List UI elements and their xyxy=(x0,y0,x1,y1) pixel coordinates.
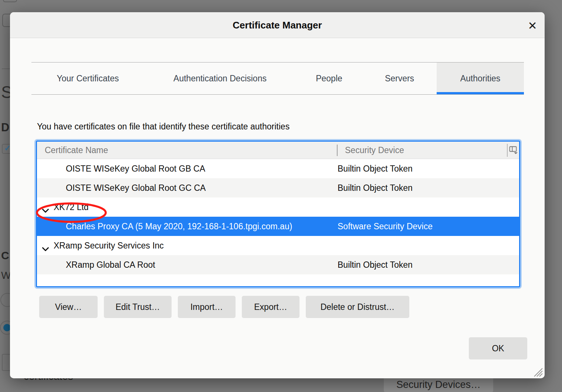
table-row-xk72-group[interactable]: XK72 Ltd xyxy=(37,197,519,217)
table-header: Certificate Name Security Device xyxy=(37,142,519,159)
resize-grip[interactable] xyxy=(532,366,543,377)
background-control-fragment-top xyxy=(3,0,17,2)
column-header-certificate-name[interactable]: Certificate Name xyxy=(45,142,108,159)
background-text-w: W xyxy=(1,270,11,281)
export-button[interactable]: Export… xyxy=(242,296,299,318)
column-picker-divider xyxy=(507,144,508,157)
delete-or-distrust-button[interactable]: Delete or Distrust… xyxy=(306,296,409,318)
column-picker-icon[interactable] xyxy=(509,146,518,155)
tab-authorities[interactable]: Authorities xyxy=(437,62,524,94)
background-heading-d: D xyxy=(1,121,9,134)
column-header-security-device[interactable]: Security Device xyxy=(345,142,404,159)
chevron-down-icon[interactable] xyxy=(42,205,49,215)
tab-people[interactable]: People xyxy=(296,62,362,94)
tab-bar: Your Certificates Authentication Decisio… xyxy=(31,62,524,95)
table-row-xramp-group[interactable]: XRamp Security Services Inc xyxy=(37,236,519,255)
certificate-manager-dialog: Certificate Manager ✕ Your Certificates … xyxy=(10,12,545,378)
background-heading-c: C xyxy=(1,249,9,262)
dialog-title: Certificate Manager xyxy=(10,12,545,38)
edit-trust-button[interactable]: Edit Trust… xyxy=(104,296,172,318)
table-row-selected[interactable]: Charles Proxy CA (5 May 2020, 192-168-1-… xyxy=(37,217,519,236)
action-button-row: View… Edit Trust… Import… Export… Delete… xyxy=(39,296,409,318)
tab-servers[interactable]: Servers xyxy=(362,62,437,94)
chevron-down-icon[interactable] xyxy=(42,244,49,254)
close-icon[interactable]: ✕ xyxy=(526,20,539,32)
view-button[interactable]: View… xyxy=(39,296,98,318)
table-row[interactable]: OISTE WISeKey Global Root GC CA Builtin … xyxy=(37,178,519,197)
column-resizer[interactable] xyxy=(337,145,338,156)
dialog-titlebar: Certificate Manager xyxy=(10,12,545,38)
certificate-table[interactable]: Certificate Name Security Device OISTE W… xyxy=(36,141,520,287)
radio-dot-icon xyxy=(3,324,11,331)
import-button[interactable]: Import… xyxy=(178,296,236,318)
table-row[interactable]: XRamp Global CA Root Builtin Object Toke… xyxy=(37,255,519,274)
description-text: You have certificates on file that ident… xyxy=(37,122,290,132)
table-row[interactable]: OISTE WISeKey Global Root GB CA Builtin … xyxy=(37,159,519,178)
tab-your-certificates[interactable]: Your Certificates xyxy=(31,62,144,94)
ok-button[interactable]: OK xyxy=(469,337,527,359)
tab-authentication-decisions[interactable]: Authentication Decisions xyxy=(144,62,296,94)
